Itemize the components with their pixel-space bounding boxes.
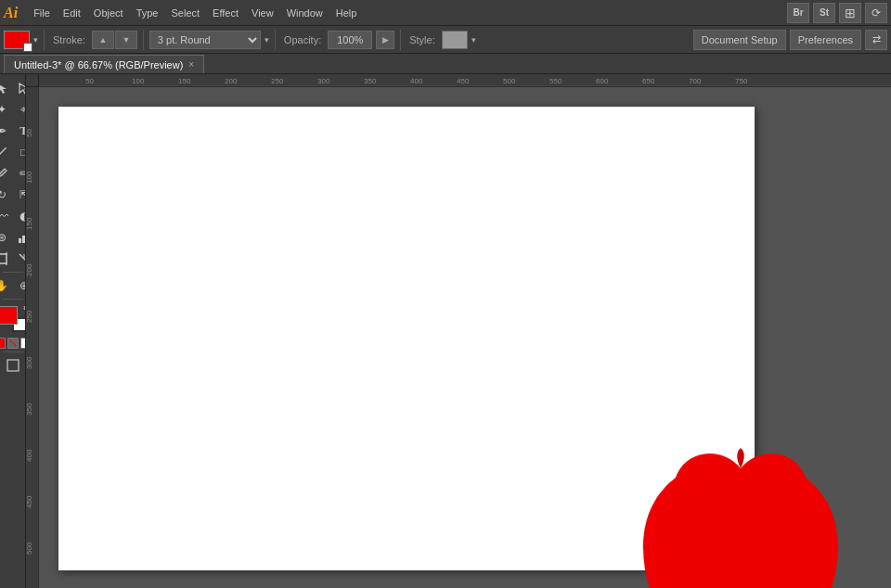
svg-text:50: 50 <box>85 77 94 85</box>
menu-view[interactable]: View <box>245 5 280 21</box>
svg-text:400: 400 <box>25 449 33 462</box>
opacity-input[interactable] <box>328 31 372 49</box>
svg-text:200: 200 <box>225 77 238 85</box>
svg-text:150: 150 <box>25 217 33 230</box>
change-screen-mode-button[interactable] <box>2 355 24 376</box>
tool-row-pen: ✒ T <box>0 121 26 141</box>
paintbrush-tool[interactable] <box>0 163 13 184</box>
svg-text:500: 500 <box>25 542 33 555</box>
menu-bar: Ai File Edit Object Type Select Effect V… <box>0 0 891 26</box>
svg-text:400: 400 <box>410 77 423 85</box>
svg-rect-1 <box>19 238 21 243</box>
menu-edit[interactable]: Edit <box>57 5 87 21</box>
type-tool[interactable]: T <box>13 121 27 141</box>
svg-text:200: 200 <box>25 263 33 276</box>
stock-icon-btn[interactable]: St <box>813 3 835 23</box>
stroke-label: Stroke: <box>50 34 88 45</box>
symbol-tool[interactable]: ⊛ <box>0 227 13 248</box>
menu-help[interactable]: Help <box>329 5 364 21</box>
divider-1 <box>44 30 45 50</box>
app-menu-icons: Br St ⊞ ⟳ <box>787 3 887 23</box>
fill-dropdown-arrow[interactable]: ▾ <box>33 35 38 45</box>
swatch-none[interactable] <box>7 338 19 349</box>
svg-text:350: 350 <box>364 77 377 85</box>
rotate-tool[interactable]: ↻ <box>0 185 13 205</box>
svg-rect-4 <box>0 254 6 263</box>
svg-text:100: 100 <box>25 171 33 184</box>
svg-text:450: 450 <box>457 77 470 85</box>
stock-icon: St <box>820 7 829 18</box>
menu-window[interactable]: Window <box>280 5 329 21</box>
hand-tool[interactable]: ✋ <box>0 275 13 296</box>
svg-text:700: 700 <box>689 77 702 85</box>
arrange-icon-btn[interactable]: ⇄ <box>865 30 887 50</box>
svg-text:500: 500 <box>503 77 516 85</box>
svg-rect-2 <box>22 236 25 243</box>
style-dropdown-arrow[interactable]: ▾ <box>471 35 476 45</box>
artboard <box>58 107 755 570</box>
svg-text:250: 250 <box>271 77 284 85</box>
stroke-dropdown-arrow[interactable]: ▾ <box>265 35 269 45</box>
left-toolbar: ✦ ⌖ ✒ T | □ ✏ ↻ ⇱ 〰 ◐ ⊛ <box>0 74 26 588</box>
magic-wand-tool[interactable]: ✦ <box>0 99 13 120</box>
opacity-label: Opacity: <box>281 34 324 45</box>
small-swatches <box>0 338 26 349</box>
tool-divider-2 <box>3 299 23 300</box>
tool-row-symbol: ⊛ <box>0 227 26 248</box>
menu-file[interactable]: File <box>27 5 57 21</box>
svg-text:100: 100 <box>132 77 145 85</box>
menu-effect[interactable]: Effect <box>206 5 245 21</box>
svg-text:550: 550 <box>549 77 562 85</box>
svg-text:450: 450 <box>25 495 33 508</box>
selection-tool[interactable] <box>0 78 13 98</box>
document-setup-button[interactable]: Document Setup <box>693 30 786 50</box>
rect-tool[interactable]: □ <box>13 142 27 162</box>
tool-row-artboard <box>0 249 26 269</box>
artboard-tool[interactable] <box>0 249 13 269</box>
lasso-tool[interactable]: ⌖ <box>13 99 27 120</box>
svg-text:300: 300 <box>317 77 330 85</box>
menu-object[interactable]: Object <box>87 5 130 21</box>
tool-row-warp: 〰 ◐ <box>0 206 26 226</box>
warp-tool[interactable]: 〰 <box>0 206 13 226</box>
fill-swatch[interactable] <box>0 306 18 325</box>
fill-color-box[interactable] <box>4 31 30 49</box>
canvas-row: 50 100 150 200 250 300 350 400 450 500 <box>26 87 891 588</box>
tab-title: Untitled-3* @ 66.67% (RGB/Preview) <box>14 59 183 70</box>
tool-divider-3 <box>3 352 23 352</box>
svg-rect-12 <box>7 360 19 371</box>
grid-icon-btn[interactable]: ⊞ <box>839 3 861 23</box>
canvas-area[interactable] <box>39 87 891 588</box>
svg-text:50: 50 <box>25 129 33 137</box>
zoom-tool[interactable]: ⊕ <box>13 275 27 296</box>
document-tab[interactable]: Untitled-3* @ 66.67% (RGB/Preview) × <box>4 55 204 73</box>
direct-selection-tool[interactable] <box>13 78 27 98</box>
options-toolbar: ▾ Stroke: ▲ ▼ 3 pt. Round ▾ Opacity: ▶ S… <box>0 26 891 54</box>
menu-type[interactable]: Type <box>130 5 165 21</box>
preferences-button[interactable]: Preferences <box>790 30 861 50</box>
tab-bar: Untitled-3* @ 66.67% (RGB/Preview) × <box>0 54 891 74</box>
sync-icon-btn[interactable]: ⟳ <box>865 3 887 23</box>
scale-tool[interactable]: ⇱ <box>13 185 27 205</box>
svg-text:650: 650 <box>642 77 655 85</box>
menu-select[interactable]: Select <box>164 5 206 21</box>
column-graph-tool[interactable] <box>13 227 27 248</box>
tool-divider <box>3 272 23 273</box>
swatch-color[interactable] <box>0 338 6 349</box>
stroke-profile-select[interactable]: 3 pt. Round <box>149 31 261 49</box>
tab-close-button[interactable]: × <box>188 59 194 70</box>
tool-row-rotate: ↻ ⇱ <box>0 185 26 205</box>
tool-row-wand: ✦ ⌖ <box>0 99 26 120</box>
svg-text:750: 750 <box>735 77 748 85</box>
svg-text:150: 150 <box>178 77 191 85</box>
bridge-icon: Br <box>793 7 803 18</box>
app-logo: Ai <box>4 5 18 21</box>
color-swatch-area: ⇄ <box>0 306 26 349</box>
style-box[interactable] <box>442 31 468 49</box>
slice-tool[interactable] <box>13 249 27 269</box>
bridge-icon-btn[interactable]: Br <box>787 3 809 23</box>
blend-tool[interactable]: ◐ <box>13 206 27 226</box>
pencil-tool[interactable]: ✏ <box>13 163 27 184</box>
divider-4 <box>400 30 401 50</box>
svg-text:300: 300 <box>25 356 33 369</box>
